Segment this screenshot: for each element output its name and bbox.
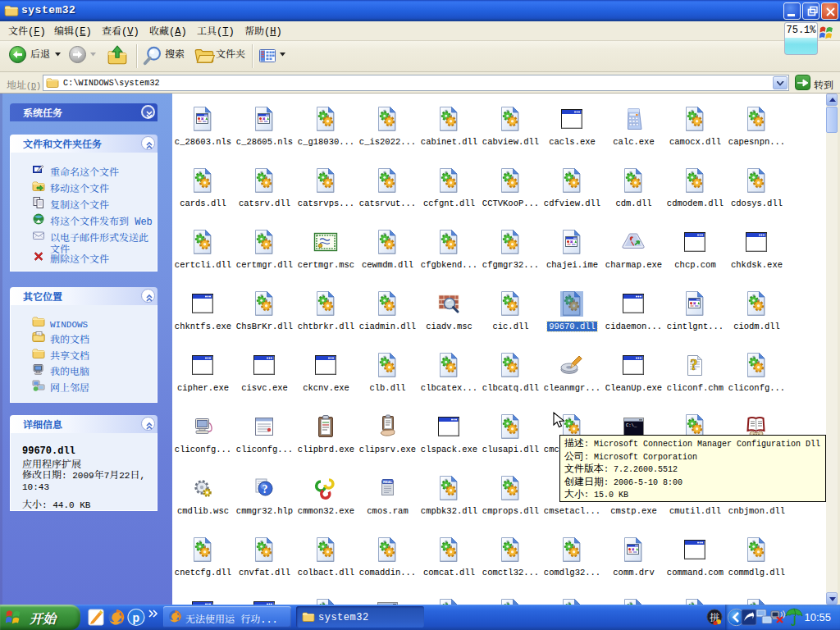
svg-text:p: p: [133, 611, 140, 624]
